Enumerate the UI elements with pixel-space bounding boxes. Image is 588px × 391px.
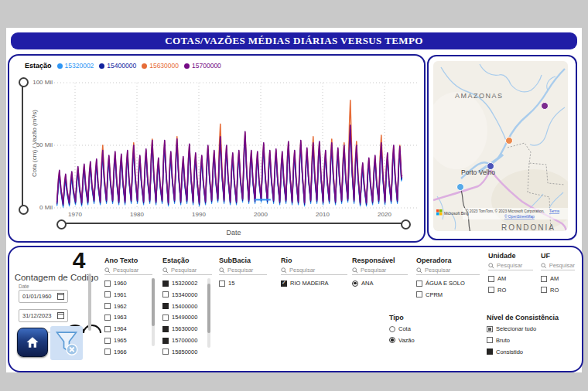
filter-option-15400000[interactable]: 15400000 bbox=[162, 303, 197, 310]
filter-option-label: 1966 bbox=[114, 348, 127, 355]
checkbox-unchecked-icon[interactable] bbox=[104, 348, 111, 355]
filter-option-rio-madeira[interactable]: RIO MADEIRA bbox=[281, 280, 329, 287]
checkbox-checked-icon[interactable] bbox=[162, 303, 169, 309]
slicer-search-operadora[interactable]: Pesquisar bbox=[416, 267, 480, 275]
filter-option-consistido[interactable]: Consistido bbox=[487, 348, 523, 355]
checkbox-checked-icon[interactable] bbox=[162, 280, 169, 287]
map-terms-link[interactable]: Terms bbox=[549, 209, 560, 213]
map-marker-15320002[interactable] bbox=[457, 184, 464, 191]
map-marker-15700000[interactable] bbox=[542, 103, 549, 110]
filter-option-15490000[interactable]: 15490000 bbox=[162, 314, 197, 321]
filter-option-label: 15630000 bbox=[172, 325, 197, 332]
filter-option-am[interactable]: AM bbox=[488, 275, 506, 282]
filter-option-15340000[interactable]: 15340000 bbox=[162, 291, 197, 298]
scrollbar-thumb[interactable] bbox=[207, 284, 210, 333]
slicer-title-ano: Ano Texto bbox=[104, 257, 138, 264]
checkbox-unchecked-icon[interactable] bbox=[487, 337, 493, 343]
search-icon bbox=[416, 267, 422, 274]
filter-option-label: RO bbox=[550, 287, 559, 294]
slicer-search-uf[interactable]: Pesquisar bbox=[541, 262, 575, 270]
map-osm-link[interactable]: © OpenStreetMap bbox=[504, 214, 535, 219]
filter-option-1963[interactable]: 1963 bbox=[104, 314, 127, 321]
filter-option-1965[interactable]: 1965 bbox=[104, 337, 127, 344]
map-label-rondonia: RONDONIA bbox=[501, 223, 556, 231]
radio-icon[interactable] bbox=[389, 326, 395, 332]
filter-option-15320002[interactable]: 15320002 bbox=[162, 280, 197, 287]
line-chart-panel[interactable]: Estação 15320002154000001563000015700000… bbox=[8, 54, 426, 243]
filter-option-ana[interactable]: ANA bbox=[352, 280, 373, 287]
search-placeholder: Pesquisar bbox=[227, 267, 253, 274]
filter-option-cota[interactable]: Cota bbox=[389, 325, 411, 332]
checkbox-unchecked-icon[interactable] bbox=[104, 303, 111, 309]
filter-option-label: Vazão bbox=[398, 337, 415, 344]
map-marker-15400000[interactable] bbox=[487, 163, 494, 170]
checkbox-mark-icon[interactable] bbox=[281, 280, 287, 287]
filter-panel: 4 Contagem de Codigo Date 01/01/1960 31/… bbox=[8, 246, 583, 372]
date-start-input[interactable]: 01/01/1960 bbox=[19, 290, 68, 303]
calendar-icon[interactable] bbox=[57, 293, 64, 300]
calendar-icon[interactable] bbox=[57, 312, 64, 319]
filter-option-label: 15340000 bbox=[172, 291, 197, 298]
scrollbar-thumb[interactable] bbox=[152, 278, 155, 326]
checkbox-unchecked-icon[interactable] bbox=[219, 280, 225, 287]
checkbox-unchecked-icon[interactable] bbox=[162, 291, 169, 298]
checkbox-unchecked-icon[interactable] bbox=[488, 276, 494, 282]
filter-option-label: 15490000 bbox=[172, 314, 197, 321]
chart-plot-area[interactable] bbox=[9, 56, 421, 238]
slicer-title-subbacia: SubBacia bbox=[219, 257, 251, 264]
checkbox-unchecked-icon[interactable] bbox=[541, 287, 547, 293]
checkbox-unchecked-icon[interactable] bbox=[162, 314, 169, 321]
filter-option-1966[interactable]: 1966 bbox=[104, 348, 127, 355]
filter-option-1964[interactable]: 1964 bbox=[104, 325, 127, 332]
slicer-search-estacao[interactable]: Pesquisar bbox=[162, 267, 212, 275]
slicer-title-unidade: Unidade bbox=[488, 252, 516, 260]
checkbox-unchecked-icon[interactable] bbox=[488, 287, 494, 293]
map-panel: AMAZONAS Porto Velho RONDONIA © 2023 Tom… bbox=[427, 55, 577, 240]
map-marker-15630000[interactable] bbox=[506, 138, 513, 144]
filter-option-bruto[interactable]: Bruto bbox=[487, 337, 510, 344]
filter-option-label: RIO MADEIRA bbox=[290, 280, 329, 287]
slicer-search-subbacia[interactable]: Pesquisar bbox=[219, 267, 267, 275]
checkbox-unchecked-icon[interactable] bbox=[104, 280, 111, 287]
slicer-search-unidade[interactable]: Pesquisar bbox=[488, 262, 533, 270]
map-visual[interactable]: AMAZONAS Porto Velho RONDONIA © 2023 Tom… bbox=[433, 61, 568, 231]
filter-option-15630000[interactable]: 15630000 bbox=[162, 325, 197, 332]
checkbox-unchecked-icon[interactable] bbox=[104, 314, 111, 321]
date-slicer-label: Date bbox=[19, 284, 29, 289]
filter-option-1960[interactable]: 1960 bbox=[104, 280, 127, 287]
scrollbar[interactable] bbox=[88, 274, 91, 331]
checkbox-unchecked-icon[interactable] bbox=[104, 291, 111, 298]
checkbox-unchecked-icon[interactable] bbox=[104, 326, 111, 332]
slicer-search-ano[interactable]: Pesquisar bbox=[104, 267, 152, 275]
series-15700000 bbox=[57, 125, 402, 204]
filter-option--gua-e-solo[interactable]: ÁGUA E SOLO bbox=[416, 280, 465, 287]
checkbox-checked-icon[interactable] bbox=[162, 326, 169, 332]
checkbox-indeterminate-icon[interactable] bbox=[487, 326, 493, 332]
checkbox-unchecked-icon[interactable] bbox=[416, 291, 422, 298]
report-title: COTAS/VAZÕES MÉDIAS DIÁRIAS VERSUS TEMPO bbox=[165, 35, 423, 47]
filter-option-1962[interactable]: 1962 bbox=[104, 303, 127, 310]
filter-option-15850000[interactable]: 15850000 bbox=[162, 348, 197, 355]
checkbox-unchecked-icon[interactable] bbox=[416, 280, 422, 287]
checkbox-unchecked-icon[interactable] bbox=[162, 348, 169, 355]
radio-selected-icon[interactable] bbox=[352, 280, 358, 287]
filter-option-1961[interactable]: 1961 bbox=[104, 291, 127, 298]
home-button[interactable] bbox=[17, 328, 48, 357]
clear-filters-button[interactable] bbox=[50, 326, 83, 360]
slicer-search-responsavel[interactable]: Pesquisar bbox=[352, 267, 408, 275]
checkbox-unchecked-icon[interactable] bbox=[104, 338, 111, 344]
radio-selected-icon[interactable] bbox=[389, 337, 395, 343]
filter-option-selecionar-tudo[interactable]: Selecionar tudo bbox=[487, 325, 536, 332]
filter-option-15700000[interactable]: 15700000 bbox=[162, 337, 197, 344]
slicer-search-rio[interactable]: Pesquisar bbox=[281, 267, 347, 275]
checkbox-checked-icon[interactable] bbox=[162, 338, 169, 344]
filter-option-ro[interactable]: RO bbox=[488, 287, 506, 294]
filter-option-am[interactable]: AM bbox=[541, 275, 559, 282]
checkbox-checked-icon[interactable] bbox=[487, 348, 493, 355]
checkbox-unchecked-icon[interactable] bbox=[541, 276, 547, 282]
search-placeholder: Pesquisar bbox=[425, 267, 450, 274]
filter-option-vaz-o[interactable]: Vazão bbox=[389, 337, 415, 344]
filter-option-ro[interactable]: RO bbox=[541, 287, 559, 294]
filter-option-cprm[interactable]: CPRM bbox=[416, 291, 443, 298]
filter-option-15[interactable]: 15 bbox=[219, 280, 234, 287]
